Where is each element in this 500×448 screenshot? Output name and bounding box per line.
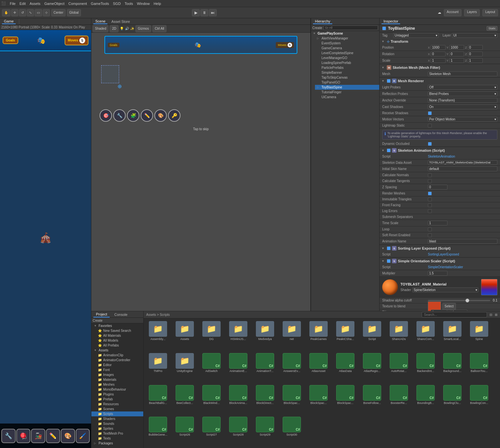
asset-blockanima[interactable]: C# BlockAnima...: [225, 384, 251, 415]
effects-icon[interactable]: ✨: [130, 27, 134, 30]
layers-button[interactable]: Layers: [464, 9, 480, 16]
menu-window[interactable]: Window: [137, 2, 150, 6]
asset-spine[interactable]: 📁 Spine: [466, 320, 492, 351]
time-scale-input[interactable]: [428, 221, 447, 225]
z-spacing-input[interactable]: [428, 185, 447, 190]
light-probes-dropdown[interactable]: Off▾: [428, 85, 497, 90]
shadow-alpha-thumb[interactable]: [465, 299, 469, 302]
asset-tmpro[interactable]: 📁 TMPro: [145, 352, 171, 383]
scale-x[interactable]: [431, 58, 445, 63]
rot-z[interactable]: [468, 52, 483, 56]
sorting-layer-checkbox[interactable]: [387, 246, 391, 250]
asset-atlasdata[interactable]: C# AtlasData: [332, 352, 358, 383]
reflection-probes-dropdown[interactable]: Blend Probes▾: [428, 91, 497, 96]
console-tab[interactable]: Console: [112, 312, 130, 317]
hierarchy-search[interactable]: Gr·All: [323, 25, 378, 30]
object-name[interactable]: ToyBlastSpine: [388, 26, 485, 31]
lightmap-static-checkbox[interactable]: [428, 124, 432, 128]
hierarchy-item-simplebanner[interactable]: SimpleBanner: [315, 70, 379, 75]
menu-assets[interactable]: Assets: [30, 2, 40, 6]
asset-answersev[interactable]: C# AnswersEv...: [279, 352, 305, 383]
asset-backendint[interactable]: C# BackendInt...: [413, 352, 439, 383]
mesh-renderer-checkbox[interactable]: [387, 79, 391, 83]
menu-help[interactable]: Help: [154, 2, 161, 6]
step-button[interactable]: ⏭: [209, 9, 217, 16]
texture-select-btn[interactable]: Select: [442, 303, 456, 310]
assets-animation-clip[interactable]: 📁 AnimationClip: [91, 353, 143, 358]
object-active-checkbox[interactable]: [382, 26, 386, 30]
loop-checkbox[interactable]: [428, 227, 432, 231]
skeleton-animation-header[interactable]: ▼ S Skeleton Animation (Script): [380, 147, 500, 154]
asset-assets[interactable]: 📁 Assets: [172, 320, 198, 351]
hierarchy-item-tutorialfinger[interactable]: TutorialFinger: [315, 90, 379, 95]
scale-z[interactable]: [468, 58, 483, 63]
menu-gametools[interactable]: GameTools: [91, 2, 109, 6]
maximize-button[interactable]: Maximize On Play: [59, 25, 85, 29]
scale-value[interactable]: 0.33: [51, 25, 57, 29]
skeleton-animation-checkbox[interactable]: [387, 148, 391, 152]
ctrlall-button[interactable]: Ctrl All: [152, 25, 166, 32]
asset-script[interactable]: 📁 Script: [359, 320, 385, 351]
asset-blockspac2[interactable]: C# BlockSpac...: [305, 384, 332, 415]
asset-peakicsha[interactable]: 📁 PeakICSha...: [332, 320, 358, 351]
layout-button[interactable]: Layout: [482, 9, 498, 16]
assets-images[interactable]: 📁 Images: [91, 372, 143, 377]
project-tab[interactable]: Project: [93, 312, 110, 317]
render-meshes-checkbox[interactable]: [428, 192, 432, 195]
asset-shancads[interactable]: 📁 ShancADs: [386, 320, 412, 351]
calc-tangents-checkbox[interactable]: [428, 179, 432, 183]
asset-bubblegene[interactable]: C# BubbleGene...: [145, 415, 171, 447]
account-button[interactable]: Account: [444, 9, 461, 16]
asset-unityengine[interactable]: 📁 UnityEngine: [172, 352, 198, 383]
assets-resources[interactable]: 📁 Resources: [91, 402, 143, 407]
menu-gameobject[interactable]: GameObject: [44, 2, 65, 6]
asset-script28[interactable]: C# Script28: [225, 415, 251, 447]
hierarchy-item-toyblastspine[interactable]: ▷ ToyBlastSpine: [315, 85, 379, 90]
asset-script27[interactable]: C# Script27: [198, 415, 225, 447]
favorites-all-models[interactable]: ⭐ All Models: [91, 338, 143, 343]
skeleton-mesh-header[interactable]: ▼ M Skeleton Mesh (Mesh Filter): [380, 64, 500, 71]
transform-header[interactable]: ▼ ⊹ Transform: [380, 39, 500, 44]
asset-blockdirect[interactable]: C# BlockDirect...: [252, 384, 278, 415]
asset-adswitch[interactable]: C# AdSwitch: [198, 352, 225, 383]
sort-icon[interactable]: ⊟: [490, 313, 492, 317]
scene-viewport[interactable]: Goals 🎭 Moves 5 🎯 🔧 🧩 ✏️: [91, 33, 310, 311]
tag-dropdown[interactable]: Untagged▾: [393, 33, 439, 38]
menu-component[interactable]: Component: [68, 2, 87, 6]
calc-normals-checkbox[interactable]: [428, 173, 432, 177]
assets-texts[interactable]: 📁 Texts: [91, 436, 143, 441]
center-toggle[interactable]: Center: [51, 9, 66, 16]
menu-file[interactable]: File: [10, 2, 16, 6]
asset-smartlocal[interactable]: 📁 SmartLocal...: [439, 320, 465, 351]
hierarchy-item-toppanel[interactable]: TopPanelGO: [315, 80, 379, 85]
rotate-tool[interactable]: ↺: [19, 9, 26, 16]
dynamic-occluded-checkbox[interactable]: [428, 142, 432, 146]
scale-y[interactable]: [449, 58, 464, 63]
skeleton-data-dropdown[interactable]: TOYBLAST_ANIM_SkeletonData (SkeletonDat: [428, 160, 497, 165]
hierarchy-item-loadingspine[interactable]: LoadingSpinePrefab: [315, 60, 379, 65]
asset-medvedya[interactable]: 📁 Medvedya: [252, 320, 278, 351]
receive-shadows-checkbox[interactable]: [428, 111, 432, 115]
sorting-layer-header[interactable]: ▼ S Sorting Layer Exposed (Script): [380, 245, 500, 252]
asset-dg[interactable]: 📁 DG: [198, 320, 225, 351]
asset-atlasregio[interactable]: C# AtlasRegio...: [359, 352, 385, 383]
asset-store-tab[interactable]: Asset Store: [109, 19, 132, 24]
shadow-alpha-slider[interactable]: [428, 300, 490, 301]
initial-skin-input[interactable]: [428, 166, 497, 171]
orientation-scaler-checkbox[interactable]: [387, 259, 391, 263]
asset-bowlingclu[interactable]: C# BowlingClu...: [439, 384, 465, 415]
hierarchy-item-levelcompleted[interactable]: LevelCompletedSpine: [315, 51, 379, 55]
assets-sprites[interactable]: 📁 Sprites: [91, 426, 143, 431]
assets-textmesh[interactable]: 📁 TextMesh Pro: [91, 431, 143, 436]
log-errors-checkbox[interactable]: [428, 209, 432, 213]
asset-hsmini[interactable]: 📁 HSMiniJS...: [225, 320, 251, 351]
favorites-all-prefabs[interactable]: ⭐ All Prefabs: [91, 343, 143, 348]
inspector-tab[interactable]: Inspector: [382, 19, 400, 24]
asset-beachballg[interactable]: C# BeachBallG...: [145, 384, 171, 415]
asset-bososterre[interactable]: C# BoosterRe...: [386, 384, 412, 415]
static-badge[interactable]: Static: [487, 26, 497, 31]
mesh-renderer-header[interactable]: ▼ R Mesh Renderer: [380, 78, 500, 84]
rot-y[interactable]: [449, 52, 464, 56]
hierarchy-item-uicamera[interactable]: UiCamera: [315, 95, 379, 100]
menu-sgd[interactable]: SGD: [113, 2, 121, 6]
